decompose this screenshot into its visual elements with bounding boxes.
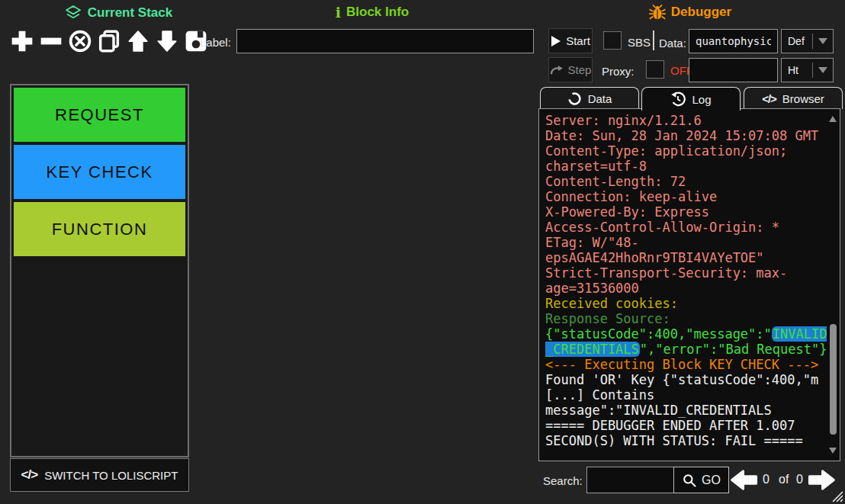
data-tab-icon <box>567 91 582 106</box>
search-match-of: of <box>779 473 789 486</box>
log-line: Date: Sun, 28 Jan 2024 15:07:08 GMT <box>545 128 829 143</box>
search-input[interactable] <box>586 467 674 493</box>
scroll-up-icon[interactable] <box>829 116 837 122</box>
label-caption: Label: <box>200 36 231 49</box>
log-content: Server: nginx/1.21.6Date: Sun, 28 Jan 20… <box>545 113 829 448</box>
sbs-label: SBS <box>628 36 651 49</box>
log-line: Connection: keep-alive <box>545 189 829 204</box>
remove-block-button[interactable] <box>38 28 64 54</box>
log-line: X-Powered-By: Express <box>545 204 829 220</box>
minus-icon <box>39 29 63 53</box>
debugger-log: Server: nginx/1.21.6Date: Sun, 28 Jan 20… <box>538 108 840 461</box>
plus-icon <box>10 29 34 53</box>
search-go-button[interactable]: GO <box>673 467 729 493</box>
log-line: Server: nginx/1.21.6 <box>545 113 829 128</box>
stacker-window: Current Stack i Block Info Debugger <box>0 0 845 504</box>
clone-block-button[interactable] <box>96 28 122 54</box>
tab-data-label: Data <box>588 92 612 105</box>
log-line: Content-Length: 72 <box>545 174 829 189</box>
log-line: ===== DEBUGGER ENDED AFTER 1.007 SECOND(… <box>545 418 829 448</box>
controls-divider <box>653 30 654 50</box>
scroll-down-icon[interactable] <box>829 448 837 454</box>
current-stack-header: Current Stack <box>46 4 191 22</box>
proxy-type-value: Ht <box>782 64 812 76</box>
log-line: Content-Type: application/json; charset=… <box>545 143 829 174</box>
log-line: Strict-Transport-Security: max-age=31536… <box>545 265 829 296</box>
search-match-current: 0 <box>763 473 769 486</box>
log-line: {"statusCode":400,"message":"INVALID_CRE… <box>545 326 829 357</box>
stack-block-function[interactable]: FUNCTION <box>14 202 185 256</box>
proxy-checkbox[interactable] <box>646 60 664 79</box>
start-button[interactable]: Start <box>548 28 593 53</box>
code-icon: </> <box>21 467 38 483</box>
block-label-input[interactable] <box>236 29 534 53</box>
data-input[interactable] <box>689 29 778 53</box>
bug-icon <box>649 4 666 21</box>
search-prev-button[interactable] <box>730 468 759 492</box>
play-icon <box>551 35 561 47</box>
step-label: Step <box>568 63 592 76</box>
tab-log[interactable]: Log <box>641 87 741 111</box>
log-line: ETag: W/"48-epsAGAE42HhoRnr9TBI4VAYeTOE" <box>545 235 829 265</box>
block-info-header: i Block Info <box>311 4 433 21</box>
tab-log-label: Log <box>692 93 711 106</box>
move-up-button[interactable] <box>125 28 151 54</box>
layers-icon <box>64 4 82 22</box>
data-caption: Data: <box>659 37 686 50</box>
switch-label: SWITCH TO LOLISCRIPT <box>44 469 178 482</box>
stack-panel: REQUESTKEY CHECKFUNCTION <box>10 84 189 457</box>
combo-divider <box>812 63 813 78</box>
arrow-down-icon <box>156 29 178 53</box>
resize-grip[interactable] <box>832 491 843 502</box>
block-info-title: Block Info <box>346 5 409 20</box>
tab-data[interactable]: Data <box>540 87 639 109</box>
combo-divider <box>812 34 813 49</box>
current-stack-title: Current Stack <box>88 5 172 21</box>
clone-icon <box>97 29 121 53</box>
search-caption: Search: <box>543 474 583 487</box>
log-line: Found 'OR' Key {"statusCode":400,"m <box>545 372 829 387</box>
proxy-type-select[interactable]: Ht <box>781 58 834 82</box>
scrollbar-thumb[interactable] <box>830 324 837 435</box>
debugger-title: Debugger <box>671 5 731 20</box>
add-block-button[interactable] <box>9 28 35 54</box>
stack-toolbar <box>9 28 209 54</box>
tab-browser-label: Browser <box>782 92 824 105</box>
search-match-total: 0 <box>796 473 803 486</box>
chevron-down-icon <box>818 38 827 44</box>
wordlist-type-value: Def <box>782 35 812 47</box>
chevron-down-icon <box>818 67 827 73</box>
start-label: Start <box>566 34 590 47</box>
step-icon <box>550 65 564 75</box>
stack-block-key-check[interactable]: KEY CHECK <box>14 145 185 199</box>
proxy-input[interactable] <box>689 58 778 82</box>
log-line: Response Source: <box>545 311 829 326</box>
browser-tab-icon: </> <box>762 92 776 105</box>
log-line: [...] Contains <box>545 387 829 403</box>
wordlist-type-select[interactable]: Def <box>781 29 834 53</box>
switch-to-loliscript-button[interactable]: </> SWITCH TO LOLISCRIPT <box>10 458 189 492</box>
circle-x-icon <box>68 29 92 53</box>
log-scrollbar[interactable] <box>827 110 839 460</box>
debugger-header: Debugger <box>644 4 736 21</box>
search-icon <box>682 473 697 488</box>
search-next-button[interactable] <box>807 468 836 492</box>
proxy-caption: Proxy: <box>602 65 635 78</box>
move-down-button[interactable] <box>154 28 180 54</box>
info-icon: i <box>336 4 341 21</box>
sbs-checkbox[interactable] <box>603 31 622 50</box>
log-line: Received cookies: <box>545 296 829 311</box>
log-line: Access-Control-Allow-Origin: * <box>545 220 829 235</box>
log-tab-icon <box>670 91 686 107</box>
step-button[interactable]: Step <box>548 57 593 82</box>
go-label: GO <box>702 474 721 487</box>
stack-block-request[interactable]: REQUEST <box>14 88 185 142</box>
clear-stack-button[interactable] <box>67 28 93 54</box>
arrow-up-icon <box>127 29 149 53</box>
log-line: message":"INVALID_CREDENTIALS <box>545 403 829 418</box>
log-line: <--- Executing Block KEY CHECK ---> <box>545 357 829 372</box>
tab-browser[interactable]: </> Browser <box>744 87 843 109</box>
